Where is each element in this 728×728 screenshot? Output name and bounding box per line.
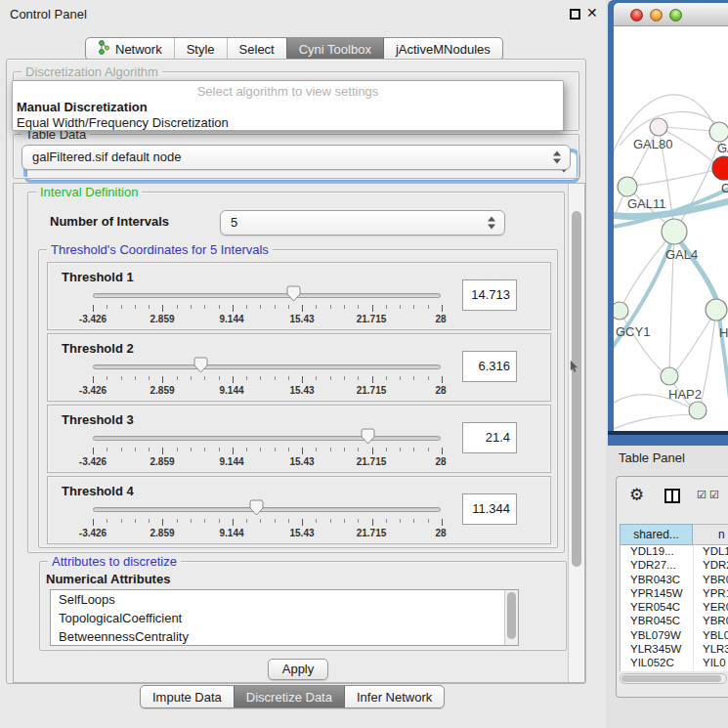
table-row[interactable]: YLR345WYLR3 [621,643,728,657]
node-red[interactable] [712,156,728,180]
svg-text:C: C [721,181,728,195]
table-row[interactable]: YIL052CYIL0 [621,657,728,670]
tab-impute-data[interactable]: Impute Data [141,686,234,707]
node-bottom[interactable] [689,402,707,419]
column-header-shared[interactable]: shared... [620,524,693,545]
threshold-1-slider[interactable] [93,293,441,298]
checkbox-checked-icon[interactable]: ☑ [697,489,707,501]
panel-scrollbar[interactable] [568,184,584,682]
tab-infer-network[interactable]: Infer Network [344,686,444,707]
mouse-cursor [570,360,579,373]
node-hap2[interactable] [661,367,678,385]
numerical-attributes-label: Numerical Attributes [46,572,170,586]
list-scrollbar[interactable] [504,590,518,645]
table-panel: ⚙ ☑ ☑ shared... n YDL19...YDL1 YDR27...Y… [616,476,728,698]
threshold-3-value-field[interactable]: 21.4 [462,422,517,453]
cyni-panel: Discretization Algorithm Table Data galF… [6,59,586,684]
threshold-2-slider[interactable] [93,364,441,369]
tab-select[interactable]: Select [227,38,286,60]
threshold-4-slider[interactable] [93,507,441,512]
network-view-window: GAL80 GA C GAL11 GAL4 GCY1 H HAP2 [608,0,728,446]
threshold-3-slider[interactable] [93,436,441,441]
table-row[interactable]: YBR045CYBR0 [621,615,728,628]
table-panel-title: Table Panel [619,450,685,465]
stepper-arrows-icon [553,151,562,164]
bottom-tab-bar: Impute Data Discretize Data Infer Networ… [140,685,445,708]
numerical-attributes-list: SelfLoops TopologicalCoefficient Between… [50,589,519,646]
table-row[interactable]: YDL19...YDL1 [621,545,728,559]
node-gal11[interactable] [618,177,637,196]
table-header-row: shared... n [620,524,728,545]
close-icon[interactable]: ✕ [586,5,598,21]
table-row[interactable]: YBR043CYBR0 [621,574,728,587]
svg-text:GA: GA [717,141,728,155]
table-data-group: Table Data galFiltered.sif default node [13,134,579,179]
node-gal4[interactable] [662,219,687,244]
tab-network[interactable]: Network [86,38,174,60]
threshold-4-panel: Threshold 4 -3.426 2.859 9.144 15.43 21.… [47,476,551,544]
threshold-4-value-field[interactable]: 11.344 [462,493,517,525]
interval-definition-group: Interval Definition Number of Intervals … [27,192,565,553]
control-panel: Control Panel ✕ Network Style Select Cyn… [0,0,606,728]
network-window-bottom-frame [608,431,728,446]
node-ga[interactable] [709,122,728,142]
number-of-intervals-label: Number of Intervals [50,214,169,229]
algorithm-dropdown-popup: Select algorithm to view settings Manual… [12,80,564,131]
table-row[interactable]: YDR27...YDR2 [621,559,728,573]
discretization-algorithm-title: Discretization Algorithm [21,64,162,79]
network-window-titlebar[interactable] [614,3,728,26]
threshold-4-slider-thumb[interactable] [249,499,264,516]
tab-discretize-data[interactable]: Discretize Data [234,686,344,707]
threshold-1-value-field[interactable]: 14.713 [462,279,517,311]
tab-jactivemnodules[interactable]: jActiveMNodules [383,38,502,60]
attributes-group-title: Attributes to discretize [48,554,181,569]
list-item[interactable]: TopologicalCoefficient [51,609,518,627]
interval-definition-title: Interval Definition [36,185,142,199]
checkbox-checked-icon[interactable]: ☑ [709,489,719,501]
table-data-combobox[interactable]: galFiltered.sif default node [21,145,571,170]
number-of-intervals-value: 5 [231,215,237,230]
stepper-arrows-icon [488,217,496,230]
panel-title: Control Panel [10,7,87,21]
node-gal80[interactable] [650,118,667,136]
threshold-2-value-field[interactable]: 6.316 [462,351,517,382]
table-row[interactable]: YPR145WYPR1 [621,587,728,601]
number-of-intervals-combobox[interactable]: 5 [220,210,505,236]
table-row[interactable]: YBL079WYBL0 [621,629,728,643]
threshold-2-panel: Threshold 2 -3.426 2.859 9.144 15.43 21.… [47,333,551,402]
table-horizontal-scrollbar[interactable] [620,673,727,684]
svg-text:GCY1: GCY1 [616,324,650,339]
tab-network-label: Network [115,42,162,57]
node-h[interactable] [706,299,727,321]
threshold-3-panel: Threshold 3 -3.426 2.859 9.144 15.43 21.… [47,405,551,473]
svg-text:HAP2: HAP2 [668,387,702,402]
settings-scroll-panel: Interval Definition Number of Intervals … [13,183,585,683]
popup-item-equal-width-frequency[interactable]: Equal Width/Frequency Discretization [17,115,229,130]
zoom-traffic-light-icon[interactable] [669,9,682,21]
list-item[interactable]: SelfLoops [51,590,518,609]
gear-icon[interactable]: ⚙ [629,485,644,505]
apply-button[interactable]: Apply [268,659,328,680]
threshold-2-slider-thumb[interactable] [193,357,208,373]
minimize-traffic-light-icon[interactable] [650,9,663,21]
float-window-icon[interactable] [570,9,580,20]
thresholds-group-title: Threshold's Coordinates for 5 Intervals [47,242,273,257]
tab-cyni-toolbox[interactable]: Cyni Toolbox [286,38,383,60]
tab-style[interactable]: Style [174,38,227,60]
column-header-name[interactable]: n [693,524,728,545]
threshold-1-slider-thumb[interactable] [286,285,301,302]
column-layout-icon[interactable] [664,489,680,503]
table-row[interactable]: YER054CYER0 [621,601,728,615]
network-canvas[interactable]: GAL80 GA C GAL11 GAL4 GCY1 H HAP2 [614,26,728,431]
svg-text:GAL80: GAL80 [633,137,672,151]
popup-item-manual-discretization[interactable]: Manual Discretization [17,100,148,114]
svg-text:H: H [719,325,728,340]
node-gcy1[interactable] [614,302,628,320]
popup-placeholder: Select algorithm to view settings [13,84,563,99]
close-traffic-light-icon[interactable] [630,9,643,21]
svg-text:GAL4: GAL4 [665,247,698,262]
thresholds-group: Threshold's Coordinates for 5 Intervals … [38,249,558,548]
svg-text:GAL11: GAL11 [627,196,666,211]
threshold-3-slider-thumb[interactable] [361,428,375,445]
list-item[interactable]: BetweennessCentrality [51,627,518,646]
